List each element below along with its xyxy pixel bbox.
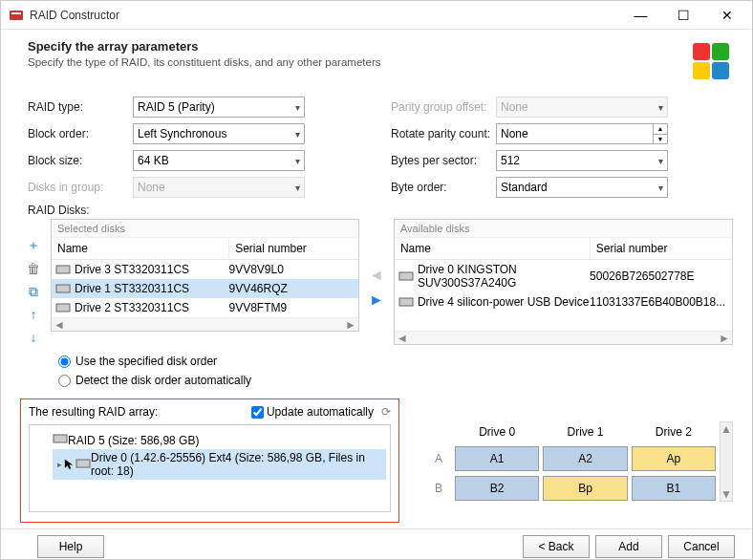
drive-icon (75, 458, 91, 472)
disks-in-group-select: None▾ (133, 177, 305, 198)
bytes-per-sector-label: Bytes per sector: (391, 154, 496, 167)
svg-rect-7 (56, 285, 70, 292)
byte-order-select[interactable]: Standard▾ (496, 177, 668, 198)
result-array-label: The resulting RAID array: (29, 405, 158, 419)
block-order-select[interactable]: Left Synchronous▾ (133, 123, 305, 144)
grid-header-drive0: Drive 0 (455, 422, 539, 442)
grid-cell[interactable]: B1 (632, 476, 716, 501)
raid-icon (53, 433, 68, 447)
chevron-down-icon: ▾ (295, 156, 300, 166)
svg-rect-11 (54, 435, 67, 442)
rotate-parity-spinner[interactable]: ▲▼ (653, 123, 668, 144)
disk-tool-button[interactable]: ⧉ (24, 282, 43, 301)
drive-icon (55, 302, 71, 313)
chevron-down-icon: ▾ (295, 129, 300, 140)
page-header: Specify the array parameters Specify the… (1, 30, 752, 91)
chevron-down-icon: ▾ (295, 183, 300, 193)
rotate-parity-label: Rotate parity count: (391, 127, 496, 140)
grid-header-drive2: Drive 2 (632, 422, 716, 442)
selected-disk-row[interactable]: Drive 3 ST3320311CS 9VV8V9L0 (52, 260, 358, 279)
svg-rect-6 (56, 266, 70, 273)
maximize-button[interactable]: ☐ (662, 1, 705, 29)
cancel-button[interactable]: Cancel (668, 535, 735, 558)
bytes-per-sector-select[interactable]: 512▾ (496, 150, 668, 171)
move-up-button[interactable]: ↑ (24, 305, 43, 324)
add-disk-button[interactable]: ＋ (24, 236, 43, 255)
available-disks-heading: Available disks (395, 220, 732, 238)
cursor-icon (63, 458, 75, 471)
close-button[interactable]: ✕ (705, 1, 748, 29)
drive-layout-grid: Drive 0 Drive 1 Drive 2 ▲▼ A A1 A2 Ap B … (426, 421, 733, 502)
svg-rect-3 (712, 43, 729, 60)
grid-row-b: B (426, 482, 451, 495)
help-button[interactable]: Help (37, 535, 104, 558)
svg-rect-2 (693, 43, 710, 60)
parameters-section: RAID type: RAID 5 (Parity)▾ Block order:… (1, 91, 752, 202)
svg-rect-9 (399, 272, 413, 280)
grid-cell[interactable]: Ap (632, 446, 716, 471)
svg-rect-5 (712, 62, 729, 79)
refresh-icon[interactable]: ⟳ (381, 405, 391, 419)
svg-rect-1 (11, 12, 21, 14)
puzzle-icon (689, 39, 733, 83)
raid-type-label: RAID type: (28, 100, 133, 114)
move-right-button[interactable]: ► (369, 291, 384, 309)
available-col-name[interactable]: Name (395, 238, 591, 259)
spin-up-icon[interactable]: ▲ (654, 124, 667, 135)
block-order-label: Block order: (28, 127, 133, 140)
horizontal-scrollbar[interactable]: ◄► (395, 331, 732, 344)
horizontal-scrollbar[interactable]: ◄► (52, 317, 358, 331)
tree-child[interactable]: ▸ Drive 0 (1.42.6-25556) Ext4 (Size: 586… (53, 449, 386, 480)
remove-disk-button[interactable]: 🗑 (24, 259, 43, 278)
chevron-down-icon: ▾ (658, 183, 663, 193)
selected-disks-heading: Selected disks (52, 220, 358, 238)
available-disk-row[interactable]: Drive 4 silicon-power USB Device 1103133… (395, 292, 732, 312)
rotate-parity-input[interactable]: None (496, 123, 653, 144)
grid-cell[interactable]: Bp (543, 476, 627, 501)
tree-root[interactable]: RAID 5 (Size: 586,98 GB) (35, 431, 386, 449)
available-col-serial[interactable]: Serial number (591, 238, 732, 259)
svg-rect-8 (56, 304, 70, 312)
page-title: Specify the array parameters (28, 39, 689, 54)
detect-disk-order-radio[interactable]: Detect the disk order automatically (58, 374, 733, 387)
disks-in-group-label: Disks in group: (28, 181, 133, 194)
move-left-button[interactable]: ◄ (369, 267, 384, 284)
available-disks-box: Available disks Name Serial number Drive… (394, 219, 733, 345)
selected-disks-box: Selected disks Name Serial number Drive … (51, 219, 359, 332)
available-disk-row[interactable]: Drive 0 KINGSTON SUV300S37A240G 50026B72… (395, 260, 732, 292)
grid-cell[interactable]: B2 (455, 476, 539, 501)
add-button[interactable]: Add (595, 535, 662, 558)
raid-type-select[interactable]: RAID 5 (Parity)▾ (133, 97, 305, 118)
window-title: RAID Constructor (30, 9, 619, 22)
selected-col-name[interactable]: Name (52, 238, 229, 259)
block-size-label: Block size: (28, 154, 133, 167)
chevron-down-icon: ▾ (295, 102, 300, 113)
update-automatically-checkbox[interactable]: Update automatically (251, 405, 374, 419)
move-down-button[interactable]: ↓ (24, 328, 43, 347)
selected-disk-row[interactable]: Drive 1 ST3320311CS 9VV46RQZ (52, 279, 358, 298)
chevron-down-icon: ▾ (658, 156, 663, 166)
grid-header-drive1: Drive 1 (543, 422, 627, 442)
byte-order-label: Byte order: (391, 181, 496, 194)
back-button[interactable]: < Back (523, 535, 590, 558)
chevron-down-icon: ▾ (658, 102, 663, 113)
result-panel: The resulting RAID array: Update automat… (20, 398, 399, 523)
selected-col-serial[interactable]: Serial number (229, 238, 358, 259)
grid-cell[interactable]: A2 (543, 446, 627, 471)
footer-bar: Help < Back Add Cancel (1, 528, 752, 560)
svg-rect-10 (399, 298, 413, 306)
page-subtitle: Specify the type of RAID, its constituen… (28, 56, 689, 68)
grid-row-a: A (426, 452, 451, 465)
drive-icon (55, 283, 71, 294)
minimize-button[interactable]: — (619, 1, 662, 29)
drive-icon (398, 270, 414, 282)
vertical-scrollbar[interactable]: ▲▼ (720, 421, 733, 502)
use-disk-order-radio[interactable]: Use the specified disk order (58, 355, 733, 368)
grid-cell[interactable]: A1 (455, 446, 539, 471)
selected-disk-row[interactable]: Drive 2 ST3320311CS 9VV8FTM9 (52, 298, 358, 317)
spin-down-icon[interactable]: ▼ (654, 135, 667, 144)
drive-icon (398, 296, 414, 308)
block-size-select[interactable]: 64 KB▾ (133, 150, 305, 171)
svg-rect-0 (10, 11, 23, 20)
svg-rect-12 (76, 460, 90, 467)
